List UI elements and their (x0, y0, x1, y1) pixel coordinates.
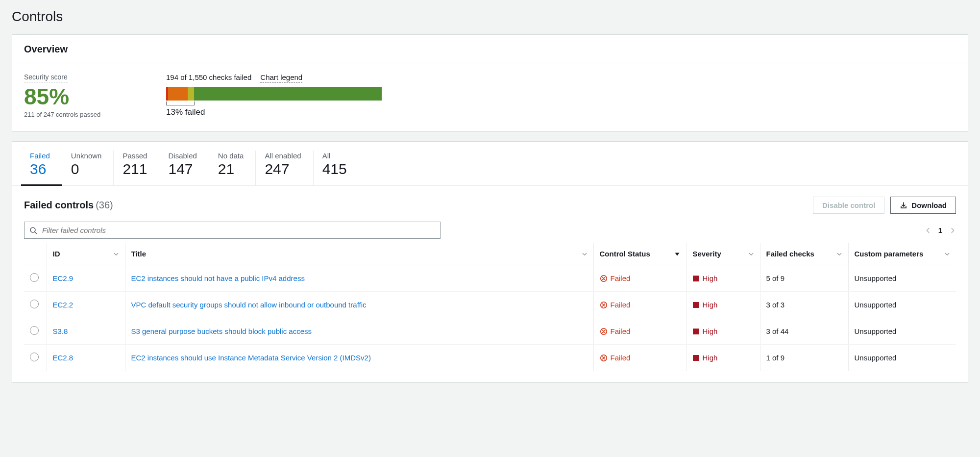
controls-panel: Failed36Unknown0Passed211Disabled147No d… (12, 141, 968, 382)
tab-label: Failed (30, 152, 50, 160)
failed-checks-value: 3 of 44 (766, 327, 789, 335)
failed-icon (600, 328, 608, 335)
sort-icon[interactable] (836, 251, 842, 257)
tab-passed[interactable]: Passed211 (113, 151, 159, 185)
status-failed: Failed (600, 354, 681, 362)
sort-icon[interactable] (748, 251, 754, 257)
bar-segment (168, 87, 188, 101)
tab-unknown[interactable]: Unknown0 (62, 151, 114, 185)
overview-header: Overview (12, 35, 968, 62)
table-row: EC2.9EC2 instances should not have a pub… (24, 265, 956, 292)
checks-bar-chart (166, 87, 382, 101)
tab-label: Disabled (168, 152, 196, 160)
tab-value: 147 (168, 161, 196, 178)
sort-icon-active[interactable] (674, 251, 681, 257)
table-row: S3.8S3 general purpose buckets should bl… (24, 318, 956, 345)
tab-all[interactable]: All415 (313, 151, 359, 185)
table-row: EC2.8EC2 instances should use Instance M… (24, 345, 956, 371)
severity-badge: High (693, 274, 754, 282)
custom-params-value: Unsupported (855, 327, 897, 335)
row-select-radio[interactable] (30, 273, 39, 282)
tab-label: Passed (122, 152, 147, 160)
failed-bracket (166, 102, 382, 105)
severity-color-box (693, 329, 699, 334)
severity-badge: High (693, 327, 754, 335)
control-id-link[interactable]: EC2.8 (53, 354, 74, 362)
status-tabs: Failed36Unknown0Passed211Disabled147No d… (12, 142, 968, 186)
bar-segment (194, 87, 382, 101)
overview-heading: Overview (24, 44, 956, 55)
tab-no-data[interactable]: No data21 (209, 151, 256, 185)
sort-icon[interactable] (113, 251, 119, 257)
tab-all-enabled[interactable]: All enabled247 (255, 151, 313, 185)
failed-checks-value: 3 of 3 (766, 301, 785, 309)
controls-table: ID Title (24, 243, 956, 371)
severity-color-box (693, 302, 699, 308)
disable-control-button[interactable]: Disable control (813, 197, 884, 214)
page-title: Controls (12, 9, 968, 25)
next-page-button[interactable] (949, 227, 956, 234)
security-score-sub: 211 of 247 controls passed (24, 111, 122, 118)
tab-label: No data (218, 152, 244, 160)
prev-page-button[interactable] (925, 227, 931, 234)
search-box[interactable] (24, 222, 441, 239)
download-button[interactable]: Download (890, 197, 956, 214)
status-failed: Failed (600, 274, 681, 282)
security-score-block: Security score 85% 211 of 247 controls p… (24, 73, 122, 118)
pagination: 1 (925, 226, 956, 234)
severity-color-box (693, 276, 699, 281)
col-custom-params[interactable]: Custom parameters (855, 250, 924, 258)
failed-controls-count: (36) (96, 200, 113, 210)
row-select-radio[interactable] (30, 300, 39, 308)
tab-value: 36 (30, 161, 50, 178)
table-row: EC2.2VPC default security groups should … (24, 292, 956, 318)
tab-failed[interactable]: Failed36 (21, 151, 62, 186)
tab-label: All enabled (265, 152, 301, 160)
tab-disabled[interactable]: Disabled147 (159, 151, 208, 185)
control-id-link[interactable]: S3.8 (53, 327, 68, 335)
bar-segment (188, 87, 194, 101)
control-id-link[interactable]: EC2.2 (53, 301, 74, 309)
failed-icon (600, 301, 608, 309)
custom-params-value: Unsupported (855, 301, 897, 309)
row-select-radio[interactable] (30, 353, 39, 361)
col-title[interactable]: Title (131, 250, 147, 258)
severity-color-box (693, 355, 699, 361)
sort-icon[interactable] (944, 251, 950, 257)
chart-legend-link[interactable]: Chart legend (260, 73, 302, 83)
checks-block: 194 of 1,550 checks failed Chart legend … (166, 73, 382, 117)
col-id[interactable]: ID (53, 250, 60, 258)
control-id-link[interactable]: EC2.9 (53, 274, 74, 282)
col-severity[interactable]: Severity (693, 250, 721, 258)
failed-checks-value: 5 of 9 (766, 274, 785, 282)
download-icon (900, 202, 907, 209)
failed-checks-value: 1 of 9 (766, 354, 785, 362)
col-status[interactable]: Control Status (600, 250, 650, 258)
sort-icon[interactable] (582, 251, 588, 257)
checks-summary: 194 of 1,550 checks failed (166, 73, 251, 81)
security-score-value: 85% (24, 85, 122, 108)
download-button-label: Download (911, 201, 947, 209)
tab-value: 415 (322, 161, 347, 178)
status-failed: Failed (600, 327, 681, 335)
tab-label: All (322, 152, 347, 160)
row-select-radio[interactable] (30, 326, 39, 335)
status-failed: Failed (600, 301, 681, 309)
control-title-link[interactable]: EC2 instances should use Instance Metada… (131, 354, 371, 362)
severity-badge: High (693, 354, 754, 362)
custom-params-value: Unsupported (855, 274, 897, 282)
search-input[interactable] (42, 226, 435, 234)
control-title-link[interactable]: VPC default security groups should not a… (131, 301, 367, 309)
failed-icon (600, 275, 608, 282)
failed-icon (600, 354, 608, 362)
page-number: 1 (938, 226, 942, 234)
custom-params-value: Unsupported (855, 354, 897, 362)
tab-value: 247 (265, 161, 301, 178)
control-title-link[interactable]: S3 general purpose buckets should block … (131, 327, 312, 335)
tab-value: 0 (71, 161, 102, 178)
control-title-link[interactable]: EC2 instances should not have a public I… (131, 274, 305, 282)
security-score-label: Security score (24, 73, 68, 82)
col-failed-checks[interactable]: Failed checks (766, 250, 814, 258)
tab-value: 21 (218, 161, 244, 178)
failed-percent: 13% failed (166, 107, 382, 117)
